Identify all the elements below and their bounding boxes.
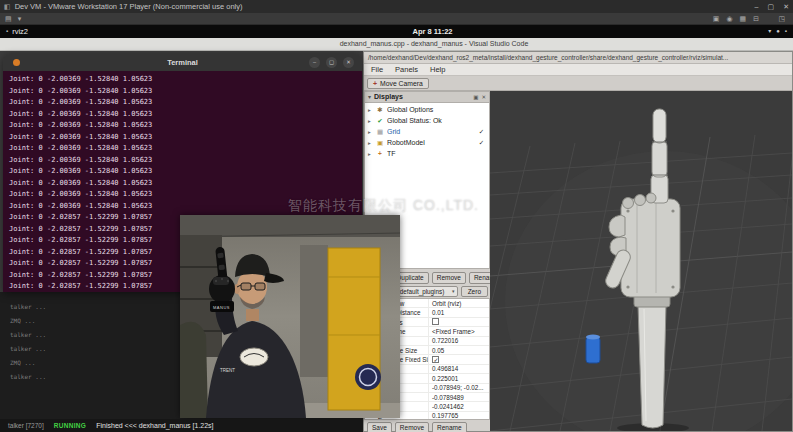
webcam-overlay[interactable]: TRENT MANUS	[180, 215, 400, 418]
player-menu-icon[interactable]: ▤	[5, 13, 12, 24]
glasses	[237, 283, 265, 290]
glove-brand-text: MANUS	[213, 305, 230, 310]
vm-device-icon[interactable]: ⊟	[753, 13, 759, 24]
move-camera-button[interactable]: + Move Camera	[367, 78, 429, 89]
expand-icon[interactable]: ▸	[368, 107, 373, 113]
display-item-label: TF	[387, 150, 474, 157]
property-value[interactable]	[429, 356, 489, 363]
property-value[interactable]: -0.0241462	[429, 402, 489, 411]
vmware-window-title: Dev VM - VMware Workstation 17 Player (N…	[15, 2, 243, 11]
menu-item[interactable]: File	[371, 64, 383, 75]
vm-device-icon[interactable]: ◉	[726, 13, 732, 24]
property-value[interactable]: Orbit (rviz)	[429, 299, 489, 308]
undock-icon[interactable]: ▣	[473, 92, 478, 102]
panel-button[interactable]: Rename	[432, 422, 467, 432]
vscode-titlebar[interactable]: dexhand_manus.cpp - dexhand_manus - Visu…	[0, 38, 793, 51]
terminal-line: Joint: 0 -2.00369 -1.52840 1.05623	[9, 143, 362, 155]
clock[interactable]: Apr 8 11:22	[0, 25, 793, 38]
terminal-line: Joint: 0 -2.00369 -1.52840 1.05623	[9, 189, 362, 201]
close-icon[interactable]: ✕	[783, 0, 789, 13]
terminal-menu-icon[interactable]	[13, 59, 20, 66]
shirt-name-text: TRENT	[220, 368, 235, 373]
rviz-titlebar[interactable]: /home/dexhand/Dev/dexhand_ros2_meta/inst…	[364, 52, 792, 64]
displays-panel-title: Displays	[374, 92, 403, 102]
vm-device-icon[interactable]: ▦	[740, 13, 747, 24]
minimize-icon[interactable]: –	[309, 57, 320, 68]
property-value[interactable]: <Fixed Frame>	[429, 327, 489, 336]
display-enabled-checkbox[interactable]: ✓	[477, 139, 486, 147]
panel-button[interactable]: Save	[367, 422, 392, 432]
terminal-line: Joint: 0 -2.00369 -1.52840 1.05623	[9, 166, 362, 178]
vmware-titlebar[interactable]: ◧Dev VM - VMware Workstation 17 Player (…	[0, 0, 793, 13]
display-type-icon: ▣	[376, 139, 384, 147]
property-value[interactable]	[429, 318, 489, 325]
zero-button[interactable]: Zero	[461, 286, 488, 297]
display-item[interactable]: ▸ ▣ RobotModel ✓	[365, 137, 489, 148]
property-value[interactable]: 0.722016	[429, 336, 489, 345]
property-value[interactable]: 0.225001	[429, 374, 489, 383]
property-value[interactable]: 0.197765	[429, 411, 489, 420]
system-status-icon[interactable]: ▾	[768, 25, 771, 38]
property-value[interactable]: -0.0789489	[429, 393, 489, 402]
display-item[interactable]: ▸ ✔ Global Status: Ok	[365, 115, 489, 126]
rviz-window: /home/dexhand/Dev/dexhand_ros2_meta/inst…	[363, 51, 793, 432]
property-value[interactable]: 0.01	[429, 308, 489, 317]
collapse-icon[interactable]: ▾	[368, 92, 371, 102]
checkbox[interactable]	[432, 318, 439, 325]
terminal-line: Joint: 0 -2.00369 -1.52840 1.05623	[9, 97, 362, 109]
yellow-cabinet	[328, 248, 381, 410]
property-value[interactable]: 0.496814	[429, 364, 489, 373]
terminal-titlebar[interactable]: Terminal – ▢ ✕	[3, 54, 362, 71]
minimize-icon[interactable]: –	[755, 0, 759, 13]
panel-button[interactable]: Remove	[432, 272, 466, 284]
views-buttons: SaveRemoveRename	[367, 422, 467, 432]
terminal-line: Joint: 0 -2.00369 -1.52840 1.05623	[9, 155, 362, 167]
vm-screen: ◧Dev VM - VMware Workstation 17 Player (…	[0, 0, 793, 432]
display-item-label: Global Status: Ok	[387, 117, 474, 124]
maximize-icon[interactable]: ▢	[326, 57, 337, 68]
display-type-icon: ✔	[376, 117, 384, 125]
jacket	[180, 322, 208, 418]
expand-icon[interactable]: ▸	[368, 140, 373, 146]
vm-device-icon[interactable]: ▣	[713, 13, 720, 24]
terminal-window-controls: – ▢ ✕	[309, 54, 354, 71]
terminal-line: Joint: 0 -2.00369 -1.52840 1.05623	[9, 178, 362, 190]
display-item[interactable]: ▸ + TF	[365, 148, 489, 159]
index-finger-tip	[653, 109, 666, 143]
forearm	[638, 305, 666, 428]
property-value[interactable]: -0.078949; -0.02...	[429, 383, 489, 392]
status-target[interactable]: talker [7270]	[8, 422, 44, 429]
panel-close-icon[interactable]: ✕	[481, 92, 486, 102]
menu-item[interactable]: Help	[430, 64, 445, 75]
checkbox[interactable]	[432, 356, 439, 363]
displays-panel-header[interactable]: ▾ Displays ▣ ✕	[364, 91, 490, 103]
rviz-3d-viewport[interactable]	[490, 91, 792, 431]
rviz-menubar: FilePanelsHelp	[364, 64, 792, 76]
system-status-icon[interactable]: ▪	[785, 25, 787, 38]
display-item[interactable]: ▸ ▦ Grid ✓	[365, 126, 489, 137]
vscode-statusbar: talker [7270] RUNNING Finished <<< dexha…	[0, 419, 363, 432]
menu-item[interactable]: Panels	[395, 64, 418, 75]
expand-icon[interactable]: ▸	[368, 129, 373, 135]
property-value[interactable]: 0.05	[429, 346, 489, 355]
move-camera-icon: +	[373, 79, 377, 88]
display-enabled-checkbox[interactable]: ✓	[477, 128, 486, 136]
fullscreen-icon[interactable]: ◳	[778, 13, 785, 24]
terminal-line: Joint: 0 -2.00369 -1.52840 1.05623	[9, 86, 362, 98]
expand-icon[interactable]: ▸	[368, 118, 373, 124]
system-status-icon[interactable]: ●	[776, 25, 780, 38]
chevron-down-icon: ▾	[452, 287, 455, 296]
player-menu-caret-icon[interactable]: ▾	[18, 13, 22, 24]
maximize-icon[interactable]: ▢	[768, 0, 775, 13]
rviz-toolbar: + Move Camera	[364, 76, 792, 91]
expand-icon[interactable]: ▸	[368, 151, 373, 157]
close-icon[interactable]: ✕	[343, 57, 354, 68]
window-controls: – ▢ ✕	[755, 0, 789, 13]
webcam-video: TRENT MANUS	[180, 215, 400, 418]
terminal-line: Joint: 0 -2.00369 -1.52840 1.05623	[9, 132, 362, 144]
panel-button[interactable]: Remove	[395, 422, 429, 432]
vmware-logo-icon: ◧	[4, 3, 11, 10]
display-item[interactable]: ▸ ✱ Global Options	[365, 104, 489, 115]
doorway	[300, 245, 328, 377]
gnome-topbar: ▪ rviz2 Apr 8 11:22 ▾●▪	[0, 25, 793, 38]
